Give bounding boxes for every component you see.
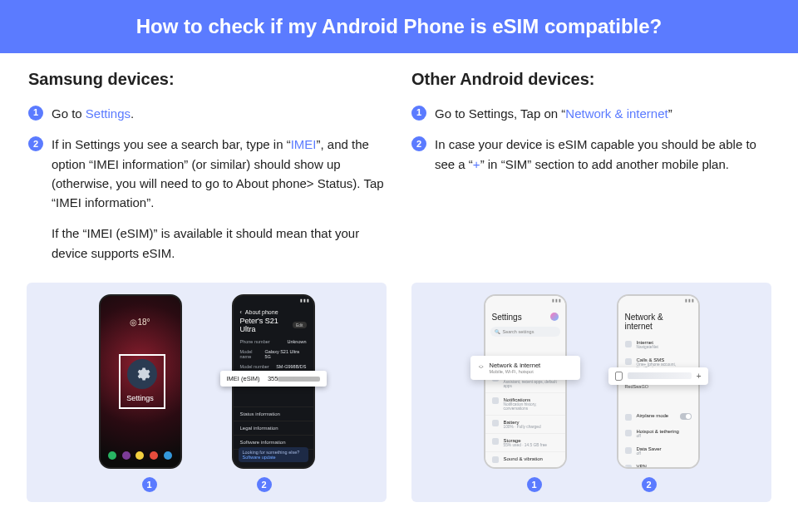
back-icon: ‹	[240, 309, 242, 315]
other-column: Other Android devices: 1 Go to Settings,…	[411, 70, 770, 274]
dock-app-icon	[150, 451, 158, 460]
caption-number-icon: 2	[642, 477, 657, 492]
step-number-icon: 2	[411, 136, 426, 151]
list-item: InternetNavigateNet	[618, 336, 698, 353]
dock	[106, 449, 175, 462]
row-icon	[625, 341, 632, 347]
dock-app-icon	[122, 451, 131, 460]
device-name: Peter's S21 Ultra	[240, 317, 289, 333]
step-text: If in Settings you see a search bar, typ…	[52, 137, 291, 151]
imei-value-prefix: 355	[268, 375, 278, 382]
sim-icon	[615, 372, 623, 381]
status-bar: ▮ ▮ ▮	[234, 296, 313, 304]
list-item: Storage55% used · 14.5 GB free	[485, 433, 565, 451]
other-step-2: 2 In case your device is eSIM capable yo…	[411, 135, 770, 174]
sim-slot-bar	[628, 372, 692, 379]
redacted-value: 000000000	[278, 377, 319, 382]
dock-app-icon	[164, 451, 172, 460]
samsung-step-2: 2 If in Settings you see a search bar, t…	[28, 135, 387, 263]
list-item: Sound & vibration	[485, 451, 565, 467]
page-title: How to check if my Android Phone is eSIM…	[0, 0, 798, 53]
edit-badge: Edit	[293, 322, 307, 328]
step-text: Go to Settings, Tap on “	[435, 106, 565, 121]
step-text: Go to	[52, 106, 86, 121]
step-number-icon: 1	[28, 106, 43, 121]
gear-icon	[134, 366, 150, 382]
other-step-1: 1 Go to Settings, Tap on “Network & inte…	[411, 104, 770, 123]
imei-esim-popup: IMEI (eSIM) 355000000000	[220, 371, 327, 387]
row-icon	[625, 430, 632, 436]
row-icon	[625, 465, 632, 467]
list-item: Data Saveroff	[618, 442, 698, 460]
status-bar: ▮ ▮ ▮	[485, 296, 565, 304]
caption-number-icon: 1	[527, 477, 542, 492]
step-text-extra: If the “IMEI (eSIM)” is available it sho…	[52, 224, 387, 263]
settings-link[interactable]: Settings	[86, 106, 131, 121]
screen-title: Network & internet	[618, 304, 698, 336]
samsung-screenshot-2: ▮ ▮ ▮ ‹ About phone Peter's S21 Ultra Ed…	[232, 294, 315, 469]
avatar-icon	[550, 313, 559, 321]
dock-app-icon	[135, 451, 144, 460]
toggle-icon	[680, 413, 692, 420]
plus-link[interactable]: +	[473, 157, 480, 171]
row-icon	[625, 447, 632, 454]
other-screenshot-2: ▮ ▮ ▮ Network & internet InternetNavigat…	[617, 294, 700, 469]
list-item: Legal information	[234, 421, 313, 435]
list-item: Battery100% · Fully charged	[485, 415, 565, 433]
other-screenshot-1: ▮ ▮ ▮ Settings 🔍 Search settings AppsAss…	[484, 294, 567, 469]
home-clock: ◎18°	[101, 318, 180, 327]
row-icon	[625, 414, 632, 421]
search-icon: 🔍	[495, 329, 500, 334]
imei-esim-label: IMEI (eSIM)	[227, 375, 260, 382]
sims-popup: +	[608, 367, 708, 385]
settings-app-label: Settings	[101, 394, 180, 402]
other-heading: Other Android devices:	[411, 70, 770, 89]
instruction-columns: Samsung devices: 1 Go to Settings. 2 If …	[0, 53, 798, 274]
step-text: ” in “SIM” section to add another mobile…	[480, 157, 729, 171]
footer-question: Looking for something else?	[243, 450, 304, 455]
row-icon	[625, 358, 632, 365]
list-item: Airplane mode	[618, 409, 698, 425]
imei-link[interactable]: IMEI	[291, 137, 317, 151]
popup-subtitle: Mobile, Wi-Fi, hotspot	[490, 369, 541, 374]
network-internet-popup: ⌔ Network & internet Mobile, Wi-Fi, hots…	[470, 356, 580, 380]
info-row: Model numberSM-G998B/DS	[234, 362, 313, 372]
samsung-screenshot-1: ▮ ▮ ▮ ◎18° Settings	[99, 294, 182, 469]
samsung-step-1: 1 Go to Settings.	[28, 104, 387, 123]
wifi-icon: ⌔	[479, 363, 483, 372]
row-icon	[492, 420, 499, 426]
network-internet-link[interactable]: Network & internet	[565, 106, 667, 121]
samsung-heading: Samsung devices:	[28, 70, 387, 89]
info-row: Model nameGalaxy S21 Ultra 5G	[234, 347, 313, 362]
list-item: VPNNone	[618, 460, 698, 467]
search-placeholder: Search settings	[503, 329, 534, 334]
screenshot-galleries: ▮ ▮ ▮ ◎18° Settings ▮ ▮ ▮	[0, 274, 798, 502]
samsung-gallery: ▮ ▮ ▮ ◎18° Settings ▮ ▮ ▮	[27, 283, 387, 502]
caption-number-icon: 1	[142, 477, 157, 492]
settings-app-icon	[127, 359, 157, 389]
step-text: ”	[668, 106, 672, 121]
footer-card: Looking for something else? Software upd…	[239, 447, 308, 462]
footer-link: Software update	[243, 455, 304, 460]
search-bar: 🔍 Search settings	[490, 327, 560, 337]
other-gallery: ▮ ▮ ▮ Settings 🔍 Search settings AppsAss…	[411, 283, 771, 502]
popup-title: Network & internet	[490, 362, 541, 369]
caption-number-icon: 2	[257, 477, 272, 492]
dock-app-icon	[108, 451, 116, 460]
screen-title: About phone	[245, 309, 278, 315]
row-icon	[492, 438, 499, 445]
list-item: Status information	[234, 406, 313, 421]
step-number-icon: 2	[28, 136, 43, 151]
plus-icon: +	[697, 372, 702, 381]
row-icon	[492, 397, 499, 404]
row-icon	[492, 456, 499, 463]
list-item: Hotspot & tetheringoff	[618, 425, 698, 442]
step-number-icon: 1	[411, 106, 426, 121]
list-item: NotificationsNotification history, conve…	[485, 392, 565, 415]
step-text: .	[131, 106, 134, 121]
samsung-column: Samsung devices: 1 Go to Settings. 2 If …	[28, 70, 387, 274]
status-bar: ▮ ▮ ▮	[618, 296, 698, 304]
info-row: Phone numberUnknown	[234, 337, 313, 347]
